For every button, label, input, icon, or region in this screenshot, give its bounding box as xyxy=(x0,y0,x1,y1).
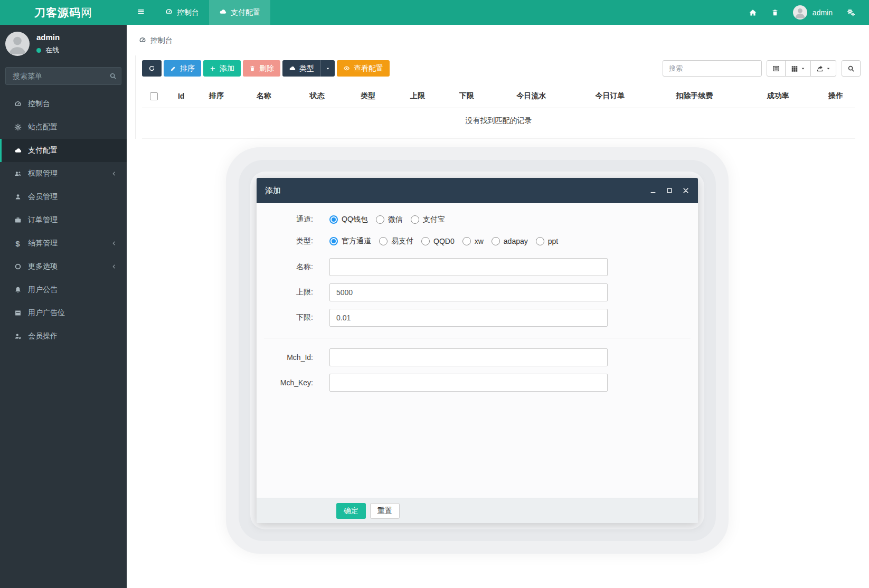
sidebar-menu: 控制台 站点配置 支付配置 权限管理 会员管理 订单管理 xyxy=(0,92,127,348)
radio-option-adapay[interactable]: adapay xyxy=(492,237,528,245)
radio-option-xw[interactable]: xw xyxy=(462,237,484,245)
radio-unchecked-icon xyxy=(411,215,419,224)
column-header-today-orders: 今日订单 xyxy=(571,84,648,108)
eye-icon xyxy=(343,65,350,72)
caret-down-icon xyxy=(801,67,805,71)
minimize-button[interactable] xyxy=(649,187,657,194)
radio-option-label: ppt xyxy=(548,237,558,245)
type-dropdown-button[interactable] xyxy=(320,60,335,77)
confirm-button[interactable]: 确定 xyxy=(336,503,366,519)
dialog-header[interactable]: 添加 xyxy=(257,178,698,203)
radio-unchecked-icon xyxy=(421,237,430,245)
reset-button[interactable]: 重置 xyxy=(370,503,400,519)
empty-row: 没有找到匹配的记录 xyxy=(142,108,855,138)
empty-message: 没有找到匹配的记录 xyxy=(142,108,855,138)
name-field-row: 名称: xyxy=(264,258,691,276)
ad-box-icon xyxy=(13,309,22,317)
search-icon[interactable] xyxy=(109,72,117,80)
refresh-button[interactable] xyxy=(142,60,162,77)
add-button[interactable]: 添加 xyxy=(203,60,241,77)
table-panel: 排序 添加 删除 类型 xyxy=(135,55,861,139)
sidebar-item-member-actions[interactable]: 会员操作 xyxy=(0,325,127,348)
lower-limit-input[interactable] xyxy=(329,309,608,327)
user-menu[interactable]: admin xyxy=(793,5,833,20)
plus-icon xyxy=(210,65,216,72)
column-header-sort: 排序 xyxy=(196,84,237,108)
mch-key-input[interactable] xyxy=(329,374,608,392)
user-icon xyxy=(13,193,22,201)
add-button-label: 添加 xyxy=(220,64,234,73)
column-header-today-flow: 今日流水 xyxy=(491,84,571,108)
sidebar-username: admin xyxy=(36,33,60,42)
column-header-type: 类型 xyxy=(343,84,393,108)
close-icon xyxy=(682,187,689,194)
sidebar-search-input[interactable] xyxy=(12,71,109,81)
sidebar-item-permissions[interactable]: 权限管理 xyxy=(0,162,127,185)
username-label: admin xyxy=(813,8,833,17)
home-icon xyxy=(749,8,757,17)
export-button[interactable] xyxy=(810,60,836,77)
column-header-actions: 操作 xyxy=(816,84,855,108)
radio-option-label: 微信 xyxy=(388,215,403,224)
radio-option-ppt[interactable]: ppt xyxy=(536,237,558,245)
dialog-body: 通道: QQ钱包 微信 支付宝 类型: 官方通道 xyxy=(257,203,698,498)
gear-icon xyxy=(13,124,22,131)
settings-button[interactable] xyxy=(847,8,855,17)
type-label: 类型: xyxy=(264,236,329,246)
view-config-button[interactable]: 查看配置 xyxy=(337,60,390,77)
radio-checked-icon xyxy=(329,215,338,224)
upper-limit-field-row: 上限: xyxy=(264,283,691,301)
type-button[interactable]: 类型 xyxy=(282,60,320,77)
sidebar-item-label: 用户公告 xyxy=(28,285,58,295)
hamburger-icon xyxy=(137,7,145,18)
delete-button-label: 删除 xyxy=(259,64,274,73)
window-controls xyxy=(649,187,689,194)
sort-button[interactable]: 排序 xyxy=(164,60,201,77)
sidebar-item-dashboard[interactable]: 控制台 xyxy=(0,92,127,116)
sidebar-item-payment-config[interactable]: 支付配置 xyxy=(0,139,127,162)
tab-label: 控制台 xyxy=(177,8,199,17)
brand-text-bold: 刀客源码 xyxy=(34,5,81,20)
radio-option-alipay[interactable]: 支付宝 xyxy=(411,215,445,224)
table-header-row: Id 排序 名称 状态 类型 上限 下限 今日流水 今日订单 扣除手续费 成功率… xyxy=(142,84,855,108)
mch-id-input[interactable] xyxy=(329,348,608,366)
sidebar-toggle-button[interactable] xyxy=(127,0,155,25)
sidebar-item-label: 支付配置 xyxy=(28,146,58,155)
tab-payment-config[interactable]: 支付配置 xyxy=(209,0,270,25)
online-status-label: 在线 xyxy=(45,45,59,55)
name-input[interactable] xyxy=(329,258,608,276)
toggle-view-button[interactable] xyxy=(767,60,786,77)
table-search-input[interactable] xyxy=(663,60,762,77)
radio-option-official-channel[interactable]: 官方通道 xyxy=(329,236,371,246)
sidebar-item-members[interactable]: 会员管理 xyxy=(0,185,127,208)
app-window: 刀客源码网 控制台 支付配置 admin xyxy=(0,0,869,588)
name-label: 名称: xyxy=(264,262,329,272)
columns-button[interactable] xyxy=(785,60,811,77)
breadcrumb[interactable]: 控制台 xyxy=(127,25,869,45)
close-button[interactable] xyxy=(682,187,689,194)
radio-option-wechat[interactable]: 微信 xyxy=(376,215,403,224)
caret-down-icon xyxy=(326,67,330,71)
tab-dashboard[interactable]: 控制台 xyxy=(155,0,209,25)
maximize-button[interactable] xyxy=(666,187,673,194)
view-options-group xyxy=(767,60,836,77)
home-button[interactable] xyxy=(749,8,757,17)
delete-button[interactable]: 删除 xyxy=(243,60,280,77)
sidebar-item-more-options[interactable]: 更多选项 xyxy=(0,255,127,278)
search-button[interactable] xyxy=(842,60,861,77)
sidebar: admin 在线 控制台 站点配置 支付配置 xyxy=(0,25,127,588)
sidebar-item-settlement[interactable]: $ 结算管理 xyxy=(0,232,127,255)
sidebar-item-site-config[interactable]: 站点配置 xyxy=(0,116,127,139)
bell-icon xyxy=(13,286,22,293)
radio-option-qq-wallet[interactable]: QQ钱包 xyxy=(329,215,368,224)
sidebar-item-orders[interactable]: 订单管理 xyxy=(0,208,127,232)
upper-limit-input[interactable] xyxy=(329,283,608,301)
trash-button[interactable] xyxy=(771,9,779,16)
radio-option-yipay[interactable]: 易支付 xyxy=(379,236,413,246)
sidebar-item-ad-slots[interactable]: 用户广告位 xyxy=(0,301,127,325)
sidebar-item-announcements[interactable]: 用户公告 xyxy=(0,278,127,301)
select-all-checkbox[interactable] xyxy=(150,92,158,100)
breadcrumb-label: 控制台 xyxy=(150,36,173,45)
cloud-icon xyxy=(289,65,296,72)
radio-option-qqd0[interactable]: QQD0 xyxy=(421,237,455,245)
